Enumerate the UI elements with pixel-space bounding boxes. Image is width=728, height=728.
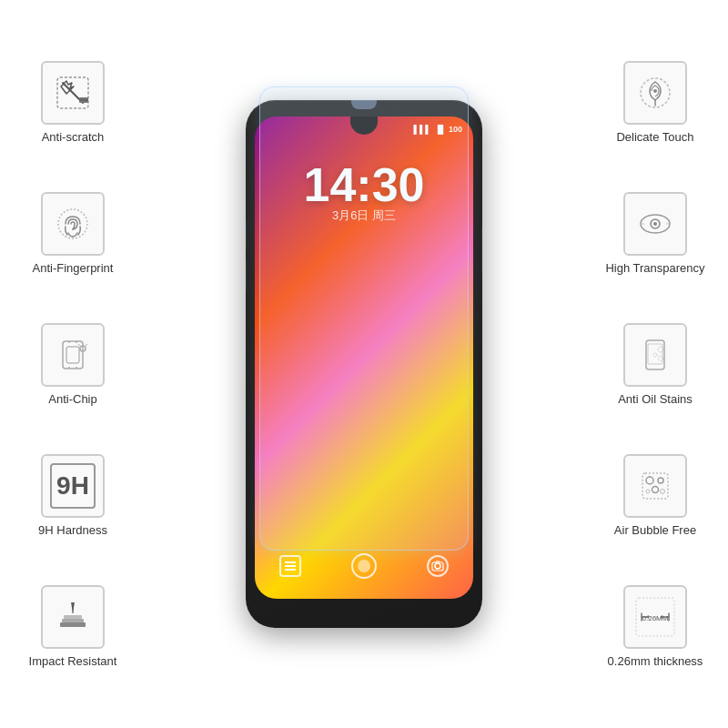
thickness-icon-box: 0.26MM xyxy=(623,585,687,649)
anti-fingerprint-icon-box xyxy=(41,192,105,256)
svg-rect-14 xyxy=(60,622,86,627)
svg-rect-16 xyxy=(64,615,82,619)
svg-rect-19 xyxy=(285,565,296,567)
svg-line-12 xyxy=(78,344,80,346)
volume-up-button xyxy=(246,218,247,250)
svg-point-28 xyxy=(653,222,657,226)
high-transparency-label: High Transparency xyxy=(605,261,704,275)
phone-oil-icon xyxy=(635,335,675,375)
high-transparency-icon-box xyxy=(623,192,687,256)
glass-notch xyxy=(351,100,377,109)
svg-rect-31 xyxy=(646,340,664,369)
svg-point-24 xyxy=(653,89,657,93)
bottom-icon-camera xyxy=(427,555,449,577)
touch-icon xyxy=(635,73,675,113)
eye-icon xyxy=(635,204,675,244)
svg-rect-20 xyxy=(285,569,296,571)
feature-anti-fingerprint: Anti-Fingerprint xyxy=(9,192,136,275)
feature-anti-scratch: Anti-scratch xyxy=(9,61,136,144)
9h-icon-box: 9H xyxy=(41,454,105,518)
phone-wrapper: ▌▌▌ ▐▌ 100 14:30 3月6日 周三 xyxy=(246,100,482,628)
anti-fingerprint-label: Anti-Fingerprint xyxy=(33,261,114,275)
svg-line-13 xyxy=(86,344,87,346)
svg-rect-18 xyxy=(285,561,296,563)
anti-scratch-label: Anti-scratch xyxy=(42,130,105,144)
feature-impact-resistant: Impact Resistant xyxy=(9,585,136,668)
svg-point-37 xyxy=(646,477,653,484)
thickness-label: 0.26mm thickness xyxy=(608,654,703,668)
svg-point-38 xyxy=(658,478,663,483)
svg-rect-15 xyxy=(62,619,84,622)
impact-resistant-label: Impact Resistant xyxy=(29,654,117,668)
right-features-column: Delicate Touch High Transparency xyxy=(582,9,728,719)
9h-hardness-label: 9H Hardness xyxy=(38,523,107,537)
feature-air-bubble-free: Air Bubble Free xyxy=(592,454,719,537)
svg-point-34 xyxy=(653,353,657,357)
anti-chip-icon-box xyxy=(41,323,105,387)
center-phone-area: ▌▌▌ ▐▌ 100 14:30 3月6日 周三 xyxy=(146,9,582,719)
feature-anti-chip: Anti-Chip xyxy=(9,323,136,406)
fingerprint-icon xyxy=(53,204,93,244)
feature-high-transparency: High Transparency xyxy=(592,192,719,275)
phone-bottom-bar xyxy=(255,548,473,584)
svg-text:0.26MM: 0.26MM xyxy=(642,614,669,622)
thickness-icon: 0.26MM xyxy=(631,592,680,642)
svg-point-41 xyxy=(661,489,665,493)
anti-chip-label: Anti-Chip xyxy=(48,392,96,406)
svg-rect-10 xyxy=(66,347,79,363)
bubble-icon xyxy=(635,466,675,506)
svg-point-4 xyxy=(58,209,87,238)
svg-point-40 xyxy=(646,490,650,493)
bottom-icon-home xyxy=(351,553,377,579)
air-bubble-free-label: Air Bubble Free xyxy=(614,523,696,537)
anti-oil-stains-label: Anti Oil Stains xyxy=(618,392,693,406)
delicate-touch-icon-box xyxy=(623,61,687,125)
left-features-column: Anti-scratch Anti-Fingerprint xyxy=(0,9,146,719)
glass-protector xyxy=(259,86,469,551)
anti-scratch-icon-box xyxy=(41,61,105,125)
air-bubble-icon-box xyxy=(623,454,687,518)
bottom-icon-menu xyxy=(279,555,301,577)
scratch-icon xyxy=(54,74,92,112)
feature-anti-oil-stains: Anti Oil Stains xyxy=(592,323,719,406)
phone-chip-icon xyxy=(54,336,92,374)
feature-9h-hardness: 9H 9H Hardness xyxy=(9,454,136,537)
9h-text: 9H xyxy=(50,463,96,509)
svg-point-21 xyxy=(435,563,440,569)
main-container: Anti-scratch Anti-Fingerprint xyxy=(0,0,728,728)
volume-down-button xyxy=(246,259,247,291)
impact-icon xyxy=(53,597,93,637)
delicate-touch-label: Delicate Touch xyxy=(616,130,693,144)
impact-icon-box xyxy=(41,585,105,649)
power-button xyxy=(481,228,482,273)
anti-oil-icon-box xyxy=(623,323,687,387)
svg-point-39 xyxy=(652,486,659,492)
feature-thickness: 0.26MM 0.26mm thickness xyxy=(592,585,719,668)
feature-delicate-touch: Delicate Touch xyxy=(592,61,719,144)
